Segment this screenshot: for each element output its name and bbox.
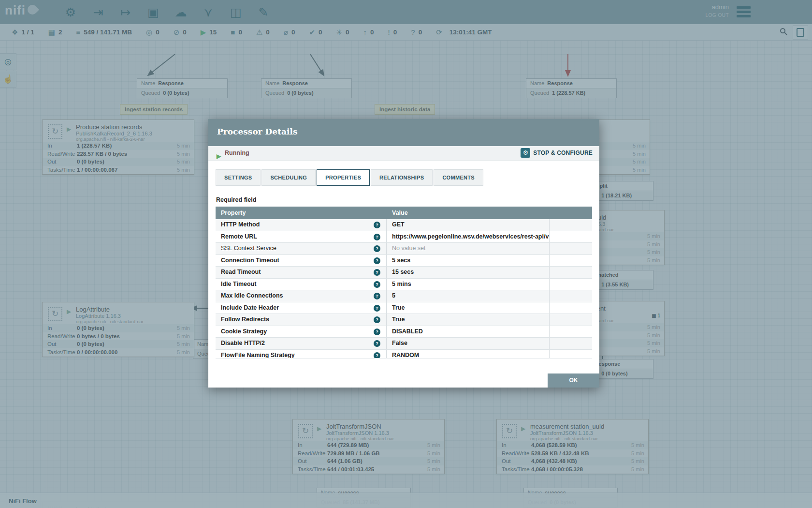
help-icon[interactable]: ? — [374, 222, 380, 228]
help-icon[interactable]: ? — [374, 281, 380, 288]
gear-icon: ⚙ — [521, 148, 530, 158]
property-name: Max Idle Connections — [221, 292, 283, 299]
property-name: Remote URL — [221, 233, 257, 240]
table-rows: HTTP Method ? GET Remote URL ? https://w… — [216, 219, 592, 359]
dialog-header: Processor Details — [208, 119, 599, 146]
processor-details-dialog: Processor Details ▶ Running ⚙ STOP & CON… — [208, 119, 599, 388]
property-name: Disable HTTP/2 — [221, 340, 265, 346]
property-row[interactable]: Max Idle Connections ? 5 — [216, 290, 592, 302]
property-row[interactable]: HTTP Method ? GET — [216, 219, 592, 231]
dialog-tab[interactable]: Settings — [216, 169, 261, 186]
ok-button[interactable]: OK — [548, 374, 599, 388]
property-value: RANDOM — [392, 352, 419, 359]
property-value: True — [392, 316, 405, 323]
table-header: Property Value — [216, 207, 592, 219]
property-name: FlowFile Naming Strategy — [221, 352, 295, 359]
property-row[interactable]: Cookie Strategy ? DISABLED — [216, 326, 592, 338]
property-name: Cookie Strategy — [221, 328, 267, 335]
property-name: Connection Timeout — [221, 257, 279, 264]
property-row[interactable]: SSL Context Service ? No value set — [216, 243, 592, 255]
column-value: Value — [392, 209, 408, 216]
property-value: 5 secs — [392, 257, 410, 264]
dialog-tab[interactable]: Scheduling — [261, 169, 316, 186]
help-icon[interactable]: ? — [374, 340, 380, 347]
required-field-note: Required field — [216, 196, 256, 203]
property-name: Follow Redirects — [221, 316, 269, 323]
dialog-tab[interactable]: Comments — [434, 169, 483, 186]
property-value: GET — [392, 221, 405, 228]
dialog-title: Processor Details — [217, 127, 298, 136]
property-row[interactable]: Include Date Header ? True — [216, 302, 592, 314]
dialog-tab[interactable]: Relationships — [371, 169, 433, 186]
property-row[interactable]: Disable HTTP/2 ? False — [216, 338, 592, 350]
property-value: https://www.pegelonline.wsv.de/webservic… — [392, 233, 550, 240]
property-value: True — [392, 304, 405, 311]
help-icon[interactable]: ? — [374, 329, 380, 335]
property-value: 15 secs — [392, 269, 414, 275]
help-icon[interactable]: ? — [374, 245, 380, 252]
help-icon[interactable]: ? — [374, 316, 380, 323]
help-icon[interactable]: ? — [374, 257, 380, 264]
property-value: No value set — [392, 245, 425, 252]
run-state: ▶ Running — [217, 149, 249, 156]
property-value: DISABLED — [392, 328, 423, 335]
property-name: Read Timeout — [221, 269, 261, 275]
property-value: False — [392, 340, 407, 346]
help-icon[interactable]: ? — [374, 293, 380, 299]
property-row[interactable]: FlowFile Naming Strategy ? RANDOM — [216, 350, 592, 359]
property-value: 5 mins — [392, 281, 411, 287]
dialog-tab[interactable]: Properties — [317, 169, 370, 186]
property-row[interactable]: Connection Timeout ? 5 secs — [216, 255, 592, 267]
help-icon[interactable]: ? — [374, 269, 380, 276]
help-icon[interactable]: ? — [374, 305, 380, 312]
property-row[interactable]: Remote URL ? https://www.pegelonline.wsv… — [216, 231, 592, 243]
property-row[interactable]: Read Timeout ? 15 secs — [216, 267, 592, 279]
property-name: Include Date Header — [221, 304, 279, 311]
column-property: Property — [221, 209, 246, 216]
stop-and-configure-button[interactable]: ⚙ STOP & CONFIGURE — [521, 148, 593, 158]
property-value: 5 — [392, 292, 395, 299]
property-name: Idle Timeout — [221, 281, 256, 287]
running-icon: ▶ — [217, 153, 221, 160]
properties-table: Property Value HTTP Method ? GET Remote … — [216, 207, 592, 359]
dialog-state-row: ▶ Running ⚙ STOP & CONFIGURE — [208, 146, 599, 161]
property-name: HTTP Method — [221, 221, 260, 228]
help-icon[interactable]: ? — [374, 234, 380, 240]
help-icon[interactable]: ? — [374, 352, 380, 359]
property-row[interactable]: Idle Timeout ? 5 mins — [216, 279, 592, 291]
property-row[interactable]: Follow Redirects ? True — [216, 314, 592, 326]
property-name: SSL Context Service — [221, 245, 276, 252]
dialog-tabs: SettingsSchedulingPropertiesRelationship… — [216, 169, 484, 186]
